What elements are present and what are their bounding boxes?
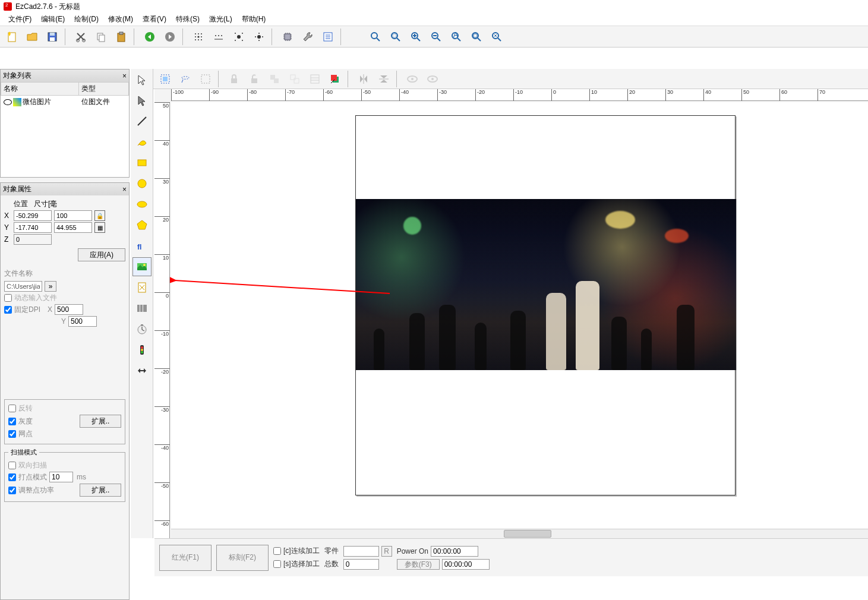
- bitmap-tool[interactable]: [132, 257, 151, 276]
- save-button[interactable]: [43, 28, 62, 46]
- placed-bitmap[interactable]: [356, 199, 736, 370]
- io-tool[interactable]: [132, 340, 151, 359]
- window-title: EzCad2.7.6 - 无标题: [15, 2, 80, 12]
- menu-help[interactable]: 帮助(H): [237, 13, 271, 26]
- zoom-page-button[interactable]: [467, 28, 486, 46]
- text-tool[interactable]: fI: [132, 236, 151, 255]
- menu-special[interactable]: 特殊(S): [171, 13, 204, 26]
- node-tool[interactable]: [132, 91, 151, 110]
- magnifier-icon: [370, 31, 381, 43]
- barcode-tool[interactable]: [132, 299, 151, 318]
- list-item[interactable]: 微信图片 位图文件: [1, 96, 129, 109]
- svg-text:fI: fI: [137, 243, 141, 251]
- col-name[interactable]: 名称: [1, 83, 79, 96]
- properties-panel: 对象属性 × 位置 尺寸[毫 X 🔒 Y ▦: [0, 182, 130, 600]
- x-input[interactable]: [14, 210, 52, 221]
- line-tool[interactable]: [132, 112, 151, 131]
- snap-guide-button[interactable]: [209, 28, 228, 46]
- menu-laser[interactable]: 激光(L): [204, 13, 237, 26]
- z-input[interactable]: [14, 234, 52, 245]
- snap-center-button[interactable]: [250, 28, 269, 46]
- dpi-x-input[interactable]: [55, 304, 83, 315]
- snap-grid-button[interactable]: [189, 28, 208, 46]
- sel-proc-checkbox[interactable]: [273, 560, 281, 568]
- double-arrow-icon: [136, 365, 148, 377]
- vector-tool[interactable]: [132, 278, 151, 297]
- dotmode-input[interactable]: [49, 472, 73, 482]
- menu-draw[interactable]: 绘制(D): [70, 13, 103, 26]
- close-icon[interactable]: ×: [122, 185, 127, 194]
- list-button[interactable]: [318, 28, 337, 46]
- ruler-vertical[interactable]: 50403020100-10-20-30-40-50-60: [154, 102, 170, 538]
- zoom-area-button[interactable]: [386, 28, 405, 46]
- zoom-button[interactable]: [366, 28, 385, 46]
- param-button[interactable]: 参数(F3): [397, 559, 440, 570]
- menu-modify[interactable]: 修改(M): [103, 13, 138, 26]
- rect-tool[interactable]: [132, 153, 151, 172]
- curve-tool[interactable]: [132, 132, 151, 151]
- menu-edit[interactable]: 编辑(E): [36, 13, 70, 26]
- redo-button[interactable]: [160, 28, 179, 46]
- tools-button[interactable]: [298, 28, 317, 46]
- cut-button[interactable]: [71, 28, 90, 46]
- new-file-button[interactable]: [2, 28, 21, 46]
- cont-proc-checkbox[interactable]: [273, 547, 281, 555]
- system-param-button[interactable]: [278, 28, 297, 46]
- ruler-horizontal[interactable]: -100-90-80-70-60-50-40-30-20-10010203040…: [171, 89, 868, 101]
- dynamic-input-checkbox[interactable]: [4, 294, 12, 302]
- eye-icon[interactable]: [4, 99, 12, 105]
- expand-button-2[interactable]: 扩展..: [80, 484, 121, 497]
- timer-tool[interactable]: [132, 320, 151, 339]
- total-input[interactable]: [343, 559, 379, 570]
- snap-object-button[interactable]: [229, 28, 248, 46]
- expand-button-1[interactable]: 扩展..: [80, 415, 121, 428]
- zoom-1to1-button[interactable]: [487, 28, 506, 46]
- select-tool[interactable]: [132, 70, 151, 89]
- apply-button[interactable]: 应用(A): [78, 248, 125, 261]
- reset-parts-button[interactable]: R: [381, 546, 392, 557]
- menu-view[interactable]: 查看(V): [138, 13, 171, 26]
- h-input[interactable]: [54, 222, 92, 233]
- browse-button[interactable]: »: [45, 281, 56, 292]
- undo-button[interactable]: [140, 28, 159, 46]
- bidir-checkbox[interactable]: [8, 462, 16, 469]
- redlight-button[interactable]: 红光(F1): [159, 545, 212, 571]
- zoom-out-button[interactable]: [427, 28, 446, 46]
- scrollbar-horizontal[interactable]: [171, 529, 868, 538]
- scrollbar-thumb[interactable]: [504, 530, 551, 538]
- svg-point-16: [197, 36, 199, 37]
- canvas[interactable]: [171, 102, 868, 529]
- w-input[interactable]: [54, 210, 92, 221]
- ellipse-tool[interactable]: [132, 195, 151, 214]
- mark-button[interactable]: 标刻(F2): [216, 545, 269, 571]
- polygon-tool[interactable]: [132, 216, 151, 235]
- lock-aspect-icon[interactable]: 🔒: [94, 210, 105, 221]
- anchor-grid-icon[interactable]: ▦: [94, 222, 105, 233]
- dpi-y-input[interactable]: [68, 316, 97, 327]
- undo-icon: [144, 31, 156, 43]
- y-input[interactable]: [14, 222, 52, 233]
- invert-checkbox[interactable]: [8, 405, 16, 412]
- zoom-fit-button[interactable]: A: [447, 28, 466, 46]
- extend-tool[interactable]: [132, 361, 151, 380]
- open-file-button[interactable]: [23, 28, 42, 46]
- adjust-power-checkbox[interactable]: [8, 487, 16, 494]
- menu-file[interactable]: 文件(F): [4, 13, 36, 26]
- filename-input[interactable]: [4, 281, 42, 292]
- dotmode-checkbox[interactable]: [8, 473, 16, 481]
- copy-button[interactable]: [91, 28, 111, 46]
- parts-input[interactable]: [343, 546, 379, 557]
- gray-checkbox[interactable]: [8, 418, 16, 425]
- col-type[interactable]: 类型: [79, 83, 129, 96]
- circle-tool[interactable]: [132, 174, 151, 193]
- object-list-body[interactable]: 名称 类型 微信图片 位图文件: [1, 82, 129, 177]
- zoom-in-button[interactable]: [406, 28, 425, 46]
- workspace-rect: [355, 115, 736, 495]
- object-name: 微信图片: [23, 97, 51, 107]
- paste-button[interactable]: [112, 28, 131, 46]
- grid-checkbox[interactable]: [8, 430, 16, 438]
- svg-point-36: [371, 33, 377, 39]
- close-icon[interactable]: ×: [122, 72, 127, 80]
- svg-rect-2: [50, 33, 55, 36]
- fixed-dpi-checkbox[interactable]: [4, 306, 12, 314]
